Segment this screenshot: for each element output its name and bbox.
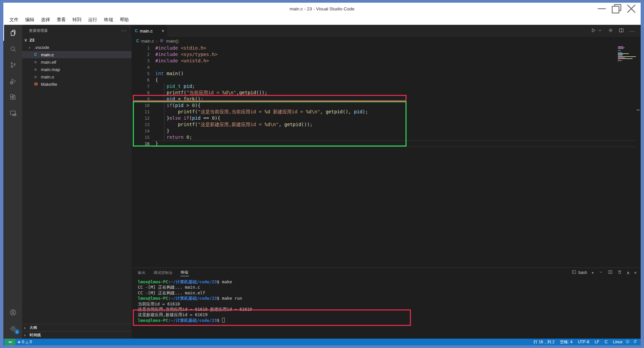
sidebar-section-0[interactable]: ›大纲: [22, 324, 131, 331]
tab-label: main.c: [140, 28, 153, 34]
tree-item-label: main.elf: [41, 60, 56, 65]
code-line[interactable]: 4: [131, 64, 641, 70]
code-line[interactable]: 5int main(): [131, 70, 641, 77]
close-window-icon[interactable]: [624, 3, 639, 15]
menu-item-run[interactable]: 运行: [85, 16, 101, 24]
status-bar: >< ⊗ 0 △ 0 行 16，列 2空格: 4UTF-8LFCLinux: [3, 339, 641, 345]
breadcrumb-symbol[interactable]: main(): [166, 39, 178, 44]
terminal-line[interactable]: lmos@lmos-PC:~/计算机基础/code/23$ make: [138, 279, 641, 285]
notifications-bell-icon[interactable]: [633, 339, 637, 345]
status-item-0[interactable]: 行 16，列 2: [534, 339, 555, 345]
error-icon: ⊗: [17, 340, 20, 344]
code-line[interactable]: 8 printf("当前应用id = %d\n",getpid());: [131, 90, 641, 96]
menu-item-help[interactable]: 帮助: [116, 16, 132, 24]
problems-status[interactable]: ⊗ 0 △ 0: [15, 339, 34, 345]
code-line[interactable]: 12 }else if(pid == 0){: [131, 115, 641, 121]
activity-top: [3, 25, 22, 121]
status-item-2[interactable]: UTF-8: [578, 339, 589, 345]
tab-main-c[interactable]: C main.c ×: [131, 25, 167, 37]
terminal-line[interactable]: lmos@lmos-PC:~/计算机基础/code/23$ make run: [138, 296, 641, 301]
tree-item--vscode[interactable]: ›.vscode: [22, 44, 131, 51]
code-line[interactable]: 15 return 0;: [131, 134, 641, 140]
code-line[interactable]: 14 }: [131, 128, 641, 134]
tree-item-label: Makefile: [41, 82, 57, 87]
menu-item-view[interactable]: 查看: [53, 16, 69, 24]
more-actions-icon[interactable]: ···: [629, 28, 635, 34]
code-line[interactable]: 6{: [131, 77, 641, 83]
files-icon[interactable]: [3, 25, 22, 41]
settings-gear-icon[interactable]: 1: [3, 321, 22, 337]
menu-item-selection[interactable]: 选择: [38, 16, 53, 24]
tree-root-folder[interactable]: ∨ 23: [22, 36, 131, 44]
minimap-line: [618, 61, 618, 62]
menu-item-file[interactable]: 文件: [6, 16, 22, 24]
file-tree: ∨ 23 ›.vscodeCmain.c≡main.elf≡main.map≡m…: [22, 36, 131, 88]
code-line[interactable]: 7 pid_t pid;: [131, 83, 641, 90]
panel-tab-0[interactable]: 输出: [138, 269, 146, 276]
close-panel-icon[interactable]: ×: [634, 270, 637, 275]
status-item-5[interactable]: Linux: [613, 339, 623, 345]
panel-tab-2[interactable]: 终端: [180, 269, 189, 276]
restore-icon[interactable]: [609, 3, 624, 15]
tree-item-main-c[interactable]: Cmain.c: [22, 51, 131, 58]
code-line[interactable]: 1#include <stdio.h>: [131, 45, 641, 51]
explorer-sidebar: 资源管理器 ··· ∨ 23 ›.vscodeCmain.c≡main.elf≡…: [22, 25, 131, 339]
terminal-line[interactable]: 这是新建应用,新建应用id = 61619: [138, 312, 641, 317]
feedback-smiley-icon[interactable]: [625, 339, 630, 345]
code-line[interactable]: 3#include <unistd.h>: [131, 58, 641, 64]
status-item-4[interactable]: C: [605, 339, 608, 345]
split-terminal-icon[interactable]: [608, 270, 613, 276]
status-item-3[interactable]: LF: [595, 339, 599, 345]
menu-item-goto[interactable]: 转到: [69, 16, 85, 24]
remote-indicator[interactable]: ><: [5, 339, 15, 345]
tree-item-main-o[interactable]: ≡main.o: [22, 73, 131, 80]
terminal-line[interactable]: 这是当前应用,当前应用id = 61618 新建应用id = 61619: [138, 307, 641, 312]
panel-tab-1[interactable]: 调试控制台: [153, 269, 173, 276]
terminal[interactable]: lmos@lmos-PC:~/计算机基础/code/23$ makeCC -[M…: [131, 277, 641, 339]
code-editor[interactable]: 1#include <stdio.h>2#include <sys/types.…: [131, 45, 641, 268]
source-control-icon[interactable]: [3, 57, 22, 73]
tree-item-main-map[interactable]: ≡main.map: [22, 66, 131, 73]
chevron-right-icon: ›: [24, 325, 30, 330]
vscode-window: main.c - 23 - Visual Studio Code 文件编辑选择查…: [3, 3, 641, 345]
chevron-down-icon: ∨: [24, 38, 30, 43]
tree-item-main-elf[interactable]: ≡main.elf: [22, 58, 131, 66]
menu-item-edit[interactable]: 编辑: [22, 16, 38, 24]
editor-tab-bar: C main.c × ···: [131, 25, 641, 37]
terminal-line[interactable]: lmos@lmos-PC:~/计算机基础/code/23$: [138, 318, 641, 323]
line-number: 11: [131, 109, 150, 115]
minimap-line: [618, 59, 620, 60]
tab-close-icon[interactable]: ×: [162, 28, 164, 34]
code-line[interactable]: 11 printf("这是当前应用,当前应用id = %d 新建应用id = %…: [131, 109, 641, 115]
code-line[interactable]: 10 if(pid > 0){: [131, 102, 641, 109]
menu-item-terminal[interactable]: 终端: [101, 16, 116, 24]
gear-icon[interactable]: [608, 27, 613, 35]
chevron-down-icon[interactable]: [598, 270, 603, 276]
status-item-1[interactable]: 空格: 4: [560, 339, 572, 345]
symbol-icon: [159, 39, 164, 44]
remote-explorer-icon[interactable]: [3, 105, 22, 121]
maximize-panel-icon[interactable]: ∧: [627, 270, 630, 275]
terminal-line[interactable]: 当前应用id = 61618: [138, 301, 641, 307]
shell-selector[interactable]: bash: [572, 270, 587, 276]
breadcrumb-file[interactable]: main.c: [141, 39, 154, 44]
run-debug-dropdown[interactable]: [591, 27, 603, 35]
minimap[interactable]: [618, 46, 636, 62]
kill-terminal-icon[interactable]: [617, 270, 622, 276]
code-line[interactable]: 13 printf("这是新建应用,新建应用id = %d\n", getpid…: [131, 121, 641, 128]
terminal-line[interactable]: CC -[M] 正在构建... main.c: [138, 285, 641, 290]
sidebar-section-1[interactable]: ›时间线: [22, 331, 131, 339]
search-icon[interactable]: [3, 41, 22, 57]
tree-item-Makefile[interactable]: MMakefile: [22, 80, 131, 88]
terminal-line[interactable]: CC -[M] 正在构建... main.elf: [138, 290, 641, 296]
code-line[interactable]: 2#include <sys/types.h>: [131, 51, 641, 58]
minimize-icon[interactable]: [594, 3, 609, 15]
code-line[interactable]: 9 pid = fork();: [131, 96, 641, 102]
run-debug-icon[interactable]: [3, 73, 22, 89]
extensions-icon[interactable]: [3, 89, 22, 105]
more-actions-icon[interactable]: ···: [121, 28, 127, 33]
code-line[interactable]: 16}: [131, 140, 641, 147]
split-editor-icon[interactable]: [619, 27, 624, 35]
account-icon[interactable]: [3, 304, 22, 321]
new-terminal-icon[interactable]: +: [591, 270, 594, 275]
